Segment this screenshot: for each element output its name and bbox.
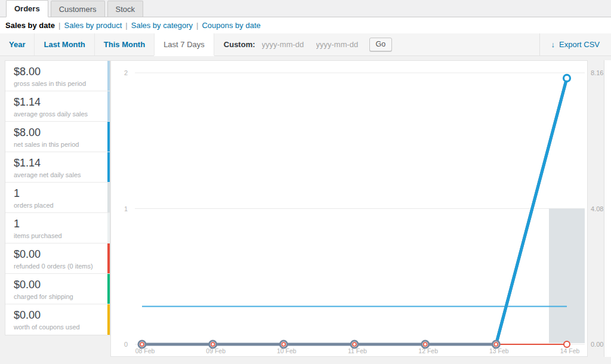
- date-range-bar: YearLast MonthThis MonthLast 7 Days Cust…: [0, 33, 611, 56]
- go-button[interactable]: Go: [369, 38, 393, 51]
- sales-chart-panel: 01208 Feb09 Feb10 Feb11 Feb12 Feb13 Feb1…: [110, 60, 588, 357]
- stat-value: 1: [14, 218, 100, 230]
- stat-accent-bar: [107, 152, 110, 182]
- report-link-sales-by-date: Sales by date: [5, 21, 55, 30]
- end-marker-refund-amount: [564, 341, 570, 347]
- right-axis-tick: 4.08: [591, 205, 609, 212]
- subnav-separator: |: [125, 21, 127, 30]
- stat-label: average gross daily sales: [14, 110, 100, 118]
- stat-accent-bar: [107, 243, 110, 273]
- report-subnav: Sales by date|Sales by product|Sales by …: [0, 17, 611, 33]
- x-axis-label: 14 Feb: [560, 347, 580, 354]
- stat-label: charged for shipping: [14, 293, 100, 300]
- report-link-sales-by-category[interactable]: Sales by category: [131, 21, 193, 30]
- end-marker-net-sales-amount: [564, 75, 570, 81]
- range-tab-this-month[interactable]: This Month: [95, 33, 155, 55]
- custom-date-from-input[interactable]: [261, 38, 310, 51]
- stat-accent-bar: [107, 61, 110, 91]
- report-content: $8.00gross sales in this period$1.14aver…: [0, 56, 611, 364]
- stat-value: 1: [14, 187, 100, 200]
- report-link-coupons-by-date[interactable]: Coupons by date: [202, 21, 260, 30]
- range-tab-last-7-days[interactable]: Last 7 Days: [155, 33, 214, 55]
- subnav-separator: |: [196, 21, 198, 30]
- date-range-tabs: YearLast MonthThis MonthLast 7 Days: [0, 33, 214, 55]
- stat-accent-bar: [107, 304, 110, 335]
- marker-inner-gross-sales-amount: [140, 343, 144, 346]
- custom-range-group: Custom: Go: [214, 33, 402, 55]
- export-csv-label: Export CSV: [559, 40, 600, 49]
- stat-accent-bar: [107, 91, 110, 121]
- custom-range-label: Custom:: [224, 40, 255, 49]
- stat-label: average net daily sales: [14, 171, 100, 178]
- stat-label: items purchased: [14, 232, 100, 239]
- stat-orders-placed: 1orders placed: [5, 183, 110, 213]
- export-csv-box: ↓ Export CSV: [539, 33, 611, 55]
- tab-stock[interactable]: Stock: [107, 1, 144, 17]
- stat-charged-for-shipping: $0.00charged for shipping: [5, 274, 110, 304]
- stat-gross-sales-in-this-period: $8.00gross sales in this period: [5, 61, 110, 91]
- stat-accent-bar: [107, 183, 110, 212]
- right-axis-tick: 0.00: [591, 341, 609, 348]
- tab-orders[interactable]: Orders: [6, 0, 48, 17]
- left-axis-tick: 0: [124, 341, 128, 348]
- stat-label: refunded 0 orders (0 items): [14, 263, 100, 270]
- stat-label: worth of coupons used: [14, 323, 100, 331]
- stat-value: $0.00: [14, 248, 100, 261]
- marker-inner-gross-sales-amount: [494, 343, 498, 346]
- stat-net-sales-in-this-period: $8.00net sales in this period: [5, 122, 110, 152]
- x-axis-label: 10 Feb: [277, 347, 297, 354]
- stat-value: $8.00: [14, 127, 100, 139]
- marker-inner-gross-sales-amount: [424, 343, 427, 346]
- stat-average-gross-daily-sales: $1.14average gross daily sales: [5, 91, 110, 122]
- subnav-separator: |: [58, 21, 60, 30]
- stat-value: $1.14: [14, 96, 100, 109]
- report-type-tab-bar: OrdersCustomersStock: [0, 0, 611, 17]
- x-axis-label: 13 Feb: [489, 347, 509, 354]
- stat-items-purchased: 1items purchased: [5, 213, 110, 243]
- line-gross-sales-amount: [142, 78, 567, 344]
- custom-date-to-input[interactable]: [315, 38, 364, 51]
- stat-accent-bar: [107, 122, 110, 152]
- stat-value: $1.14: [14, 157, 100, 169]
- marker-inner-gross-sales-amount: [282, 343, 285, 346]
- left-axis-tick: 2: [124, 69, 128, 76]
- stat-refunded-0-orders-0-items: $0.00refunded 0 orders (0 items): [5, 243, 110, 274]
- stat-value: $0.00: [14, 309, 100, 322]
- stat-worth-of-coupons-used: $0.00worth of coupons used: [5, 304, 110, 335]
- report-link-sales-by-product[interactable]: Sales by product: [64, 21, 122, 30]
- sales-chart-svg: 01208 Feb09 Feb10 Feb11 Feb12 Feb13 Feb1…: [111, 61, 587, 356]
- download-icon: ↓: [551, 40, 556, 49]
- marker-inner-gross-sales-amount: [353, 343, 356, 346]
- tab-customers[interactable]: Customers: [51, 1, 105, 17]
- stat-value: $0.00: [14, 279, 100, 291]
- stat-label: gross sales in this period: [14, 80, 100, 87]
- x-axis-label: 11 Feb: [348, 347, 367, 354]
- stat-label: net sales in this period: [14, 141, 100, 148]
- range-tab-last-month[interactable]: Last Month: [35, 33, 94, 55]
- left-axis-tick: 1: [124, 205, 128, 212]
- stat-average-net-daily-sales: $1.14average net daily sales: [5, 152, 110, 183]
- stat-accent-bar: [107, 213, 110, 243]
- stat-accent-bar: [107, 274, 110, 304]
- x-axis-label: 08 Feb: [135, 347, 155, 354]
- stat-label: orders placed: [14, 202, 100, 209]
- right-axis-tick: 8.16: [591, 69, 609, 76]
- x-axis-label: 09 Feb: [206, 347, 226, 354]
- range-tab-year[interactable]: Year: [0, 33, 35, 55]
- bar-items-purchased: [549, 209, 585, 344]
- stat-value: $8.00: [14, 66, 100, 78]
- x-axis-label: 12 Feb: [418, 347, 438, 354]
- export-csv-link[interactable]: ↓ Export CSV: [551, 40, 600, 49]
- marker-inner-gross-sales-amount: [211, 343, 215, 346]
- stats-sidebar: $8.00gross sales in this period$1.14aver…: [5, 60, 110, 335]
